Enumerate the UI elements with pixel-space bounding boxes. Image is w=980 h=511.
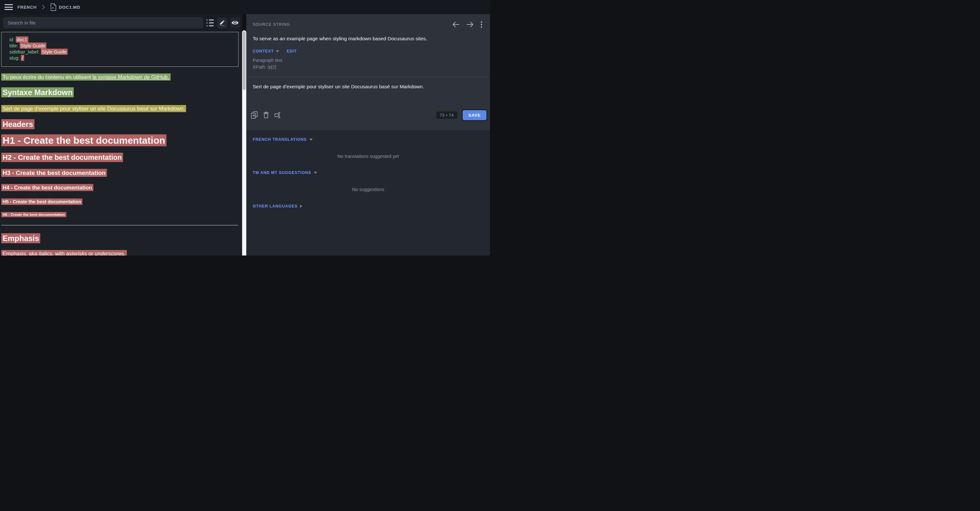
tm-mt-suggestions-toggle[interactable]: TM AND MT SUGGESTIONS xyxy=(253,171,484,175)
topbar: FRENCH M↓ DOC1.MD xyxy=(0,0,490,14)
translation-input[interactable]: Sert de page d'exemple pour styliser un … xyxy=(246,77,490,108)
suggestion-sections: FRENCH TRANSLATIONS No translations sugg… xyxy=(246,130,490,208)
document-scrollbar[interactable] xyxy=(242,30,246,256)
italic-text: underscores xyxy=(95,251,124,256)
frontmatter-key: sidebar_label: xyxy=(10,49,41,54)
chevron-down-icon xyxy=(314,172,317,174)
intro-text: Tu peux écrire du contenu en utilisant xyxy=(3,74,92,80)
delete-translation-button[interactable] xyxy=(263,112,269,118)
intro-link-text: la syntaxe Markdown de GitHub. xyxy=(92,74,169,80)
element-type-label: Paragraph text xyxy=(253,57,484,64)
selected-string[interactable]: Sert de page d'exemple pour styliser un … xyxy=(1,105,186,112)
copy-source-button[interactable] xyxy=(251,111,258,119)
chevron-down-icon xyxy=(276,50,279,53)
frontmatter-line: title: Style Guide xyxy=(10,43,231,49)
plain-text: or xyxy=(87,251,95,256)
pencil-icon xyxy=(219,19,225,26)
arrow-left-icon xyxy=(452,22,460,27)
save-button[interactable]: SAVE xyxy=(463,110,487,120)
translatable-string[interactable]: Emphasis, aka italics, with asterisks or… xyxy=(1,250,127,256)
chevron-down-icon xyxy=(309,139,313,141)
kebab-menu-icon xyxy=(480,21,482,28)
source-card-header: SOURCE STRING xyxy=(246,14,490,28)
copy-arrow-icon xyxy=(251,111,258,119)
translatable-string[interactable]: Syntaxe Markdown xyxy=(1,87,74,97)
frontmatter-line: slug: / xyxy=(10,55,231,61)
plain-text: Emphasis, aka italics, with xyxy=(3,251,66,256)
menu-icon[interactable] xyxy=(5,4,13,10)
frontmatter-value-string[interactable]: Style Guide xyxy=(41,49,68,55)
h1-heading: H1 - Create the best documentation xyxy=(1,135,240,146)
frontmatter-key: slug: xyxy=(10,55,21,61)
source-string-title: SOURCE STRING xyxy=(253,22,290,27)
syntax-heading: Syntaxe Markdown xyxy=(1,88,240,97)
file-toolbar xyxy=(0,14,242,31)
frontmatter-value-string[interactable]: / xyxy=(21,55,24,61)
frontmatter-key: title: xyxy=(10,43,20,48)
char-count-badge: 73 • 74 xyxy=(436,112,458,119)
tm-mt-label: TM AND MT SUGGESTIONS xyxy=(253,171,311,175)
olive-paragraph: Sert de page d'exemple pour styliser un … xyxy=(1,105,240,112)
context-row: CONTEXT EDIT xyxy=(253,49,484,53)
frontmatter-value-string[interactable]: Style Guide xyxy=(20,43,47,49)
text-cursor-icon xyxy=(274,112,282,118)
other-languages-label: OTHER LANGUAGES xyxy=(253,204,298,208)
source-string-card: SOURCE STRING To serve as an example pag… xyxy=(246,14,490,130)
list-view-icon[interactable] xyxy=(206,19,214,26)
header-actions xyxy=(452,21,482,28)
translatable-string[interactable]: H2 - Create the best documentation xyxy=(1,153,123,162)
preview-button[interactable] xyxy=(230,18,240,28)
emphasis-paragraph: Emphasis, aka italics, with asterisks or… xyxy=(1,250,240,256)
document-content: id: doc1 title: Style Guide sidebar_labe… xyxy=(0,31,242,256)
plain-text: . xyxy=(124,251,126,256)
more-menu-button[interactable] xyxy=(480,21,482,28)
translatable-string[interactable]: H1 - Create the best documentation xyxy=(1,134,167,146)
arrow-right-icon xyxy=(466,22,474,27)
context-toggle[interactable]: CONTEXT xyxy=(253,49,274,53)
headers-heading: Headers xyxy=(1,120,240,129)
breadcrumb-chevron-icon xyxy=(42,5,45,10)
translatable-string[interactable]: Tu peux écrire du contenu en utilisant l… xyxy=(1,73,171,81)
translatable-string[interactable]: Headers xyxy=(1,119,35,129)
frontmatter-key: id: xyxy=(10,37,16,42)
breadcrumb-file: DOC1.MD xyxy=(59,5,80,10)
horizontal-rule xyxy=(1,225,238,225)
edit-mode-button[interactable] xyxy=(217,18,227,28)
tm-mt-empty: No suggestions xyxy=(253,187,484,192)
other-languages-toggle[interactable]: OTHER LANGUAGES xyxy=(253,204,484,208)
italic-text: asterisks xyxy=(66,251,87,256)
chevron-right-icon xyxy=(300,204,302,208)
previous-string-button[interactable] xyxy=(452,22,460,27)
emphasis-heading: Emphasis xyxy=(1,234,240,243)
breadcrumb-language[interactable]: FRENCH xyxy=(18,5,37,10)
edit-context-button[interactable]: EDIT xyxy=(286,49,297,53)
xpath-label: XPath: /p[2] xyxy=(253,64,484,70)
frontmatter-value-string[interactable]: doc1 xyxy=(16,37,28,43)
intro-paragraph: Tu peux écrire du contenu en utilisant l… xyxy=(1,73,240,81)
next-string-button[interactable] xyxy=(466,22,474,27)
svg-text:M↓: M↓ xyxy=(52,6,55,9)
translation-app: { "colors": { "accent": "#6b93ea", "save… xyxy=(0,0,490,256)
eye-icon xyxy=(231,20,239,26)
french-translations-empty: No translations suggested yet xyxy=(253,154,484,159)
translatable-string[interactable]: Emphasis xyxy=(1,233,40,243)
translation-actions: 73 • 74 SAVE xyxy=(246,108,490,122)
translatable-string[interactable]: H6 - Create the best documentation xyxy=(1,212,66,217)
h6-heading: H6 - Create the best documentation xyxy=(1,212,240,217)
context-info: Paragraph text XPath: /p[2] xyxy=(253,57,484,70)
translatable-string[interactable]: H3 - Create the best documentation xyxy=(1,169,107,177)
search-input[interactable] xyxy=(3,17,203,28)
insert-tag-button[interactable] xyxy=(274,112,282,118)
source-string-text: To serve as an example page when styling… xyxy=(253,36,484,42)
translation-side-panel: SOURCE STRING To serve as an example pag… xyxy=(246,14,490,256)
scrollbar-thumb[interactable] xyxy=(243,31,246,90)
h4-heading: H4 - Create the best documentation xyxy=(1,185,240,191)
translatable-string[interactable]: H4 - Create the best documentation xyxy=(1,184,93,191)
markdown-file-icon: M↓ xyxy=(50,3,56,11)
french-translations-toggle[interactable]: FRENCH TRANSLATIONS xyxy=(253,137,484,142)
translatable-string[interactable]: H5 - Create the best documentation xyxy=(1,198,83,205)
frontmatter-line: sidebar_label: Style Guide xyxy=(10,49,231,55)
file-editor-panel: id: doc1 title: Style Guide sidebar_labe… xyxy=(0,14,242,256)
h5-heading: H5 - Create the best documentation xyxy=(1,199,240,204)
breadcrumb-file-crumb[interactable]: M↓ DOC1.MD xyxy=(50,3,80,11)
